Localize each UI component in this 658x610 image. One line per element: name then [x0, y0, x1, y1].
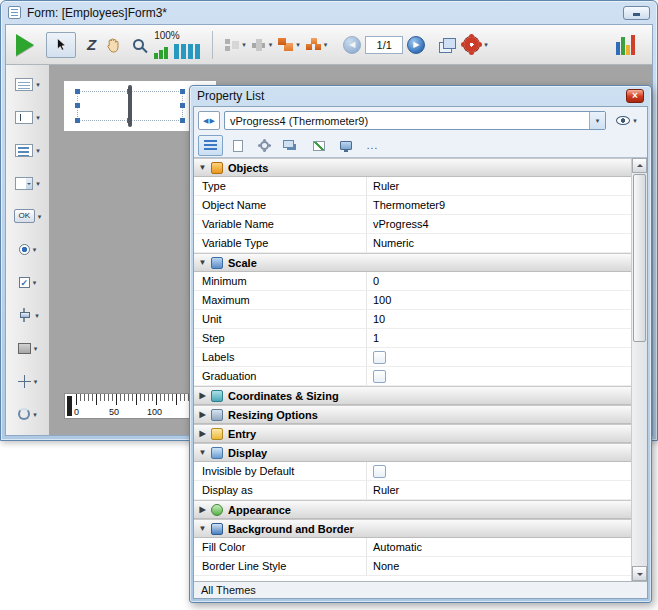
settings-button[interactable]: ▾ [462, 35, 488, 54]
colors-icon[interactable] [616, 34, 640, 55]
disclosure-triangle-icon[interactable]: ▶ [194, 391, 211, 400]
tab-properties[interactable] [198, 135, 223, 156]
disclosure-triangle-icon[interactable]: ▼ [194, 524, 211, 533]
tab-chart[interactable] [306, 135, 331, 156]
spinner-tool[interactable]: ▾ [6, 404, 49, 424]
property-value[interactable]: 100 [366, 291, 631, 309]
section-background-border[interactable]: ▼ Background and Border [194, 519, 631, 538]
property-value[interactable]: None [366, 557, 631, 575]
resizing-icon [211, 409, 223, 421]
cursor-icon [54, 37, 68, 52]
invisible-checkbox[interactable] [373, 465, 386, 478]
disclosure-triangle-icon[interactable]: ▼ [194, 448, 211, 457]
select-tool-button[interactable] [46, 32, 76, 58]
property-value[interactable]: Automatic [366, 538, 631, 556]
section-title: Display [228, 447, 267, 459]
themes-filter[interactable]: All Themes [194, 581, 647, 598]
property-label: Invisible by Default [194, 462, 366, 480]
gear-icon [464, 37, 479, 52]
entry-order-tool-button[interactable]: Z [87, 36, 96, 53]
zoom-control[interactable]: 100% [154, 30, 202, 59]
level-button[interactable]: ▾ [278, 38, 300, 51]
section-entry[interactable]: ▶ Entry [194, 424, 631, 443]
graduation-checkbox[interactable] [373, 370, 386, 383]
disclosure-triangle-icon[interactable]: ▼ [194, 163, 211, 172]
view-options-button[interactable]: ▾ [610, 111, 643, 130]
duplicate-button[interactable]: ▾ [306, 38, 328, 51]
previous-page-button[interactable]: ◀ [343, 36, 361, 54]
object-nav-button[interactable]: ◀ ▶ [198, 111, 220, 130]
property-value[interactable]: Ruler [366, 177, 631, 195]
rectangle-tool[interactable]: ▾ [6, 338, 49, 358]
property-value [366, 462, 631, 480]
property-label: Minimum [194, 272, 366, 290]
section-scale[interactable]: ▼ Scale [194, 253, 631, 272]
next-page-button[interactable]: ▶ [407, 36, 425, 54]
property-value[interactable]: Ruler [366, 481, 631, 499]
section-coordinates[interactable]: ▶ Coordinates & Sizing [194, 386, 631, 405]
row-invisible: Invisible by Default [194, 462, 631, 481]
caret-down-icon: ▾ [36, 81, 40, 88]
text-tool[interactable]: ▾ [6, 74, 49, 94]
combo-dropdown-button[interactable]: ▾ [589, 112, 605, 129]
selection-handle[interactable] [180, 89, 185, 94]
selection-handle[interactable] [75, 89, 80, 94]
zoom-tool-button[interactable] [133, 39, 144, 50]
input-tool[interactable]: ▾ [6, 107, 49, 127]
selection-handle[interactable] [180, 103, 185, 108]
scrollbar-thumb[interactable] [633, 174, 646, 342]
align-button[interactable]: ▾ [225, 39, 246, 51]
tab-more[interactable]: ... [360, 135, 385, 156]
disclosure-triangle-icon[interactable]: ▼ [194, 258, 211, 267]
disclosure-triangle-icon[interactable]: ▶ [194, 429, 211, 438]
zoom-bars-icon[interactable] [154, 42, 202, 59]
object-toolbar: ▾ ▾ ▾ ▾ OK ▾ [6, 65, 50, 435]
listbox-tool[interactable]: ▾ [6, 140, 49, 160]
align-icon [225, 39, 239, 51]
indicator-tool[interactable]: ▾ [6, 305, 49, 325]
button-tool[interactable]: OK ▾ [6, 206, 49, 226]
tab-events[interactable] [279, 135, 304, 156]
radio-tool[interactable]: ▾ [6, 239, 49, 259]
section-display[interactable]: ▼ Display [194, 443, 631, 462]
minimize-button[interactable] [623, 6, 650, 20]
labels-checkbox[interactable] [373, 351, 386, 364]
distribute-button[interactable]: ▾ [252, 39, 273, 51]
scroll-up-button[interactable] [632, 158, 647, 173]
disclosure-triangle-icon[interactable]: ▶ [194, 505, 211, 514]
tab-display[interactable] [333, 135, 358, 156]
property-value[interactable]: Thermometer9 [366, 196, 631, 214]
section-appearance[interactable]: ▶ Appearance [194, 500, 631, 519]
scroll-down-button[interactable] [632, 566, 647, 581]
run-button[interactable] [16, 34, 34, 56]
selected-thermometer-object[interactable] [77, 91, 183, 121]
object-selector[interactable]: vProgress4 (Thermometer9) ▾ [224, 111, 606, 130]
themes-filter-label: All Themes [201, 584, 256, 596]
property-value[interactable]: 1 [366, 329, 631, 347]
vertical-scrollbar[interactable] [631, 158, 647, 581]
combobox-tool[interactable]: ▾ [6, 173, 49, 193]
appearance-icon [211, 504, 223, 516]
section-resizing[interactable]: ▶ Resizing Options [194, 405, 631, 424]
tab-settings[interactable] [252, 135, 277, 156]
spinner-tool-icon [18, 408, 30, 420]
section-objects[interactable]: ▼ Objects [194, 158, 631, 177]
property-value[interactable]: 0 [366, 272, 631, 290]
close-icon[interactable]: × [626, 89, 644, 103]
property-value[interactable]: vProgress4 [366, 215, 631, 233]
selection-handle[interactable] [180, 118, 185, 123]
selection-handle[interactable] [75, 118, 80, 123]
checkbox-tool[interactable]: ✓ ▾ [6, 272, 49, 292]
property-list-titlebar[interactable]: Property List × [190, 86, 651, 106]
windows-icon[interactable] [439, 38, 456, 52]
hand-tool-button[interactable] [104, 36, 122, 54]
selection-handle[interactable] [75, 103, 80, 108]
disclosure-triangle-icon[interactable]: ▶ [194, 410, 211, 419]
window-titlebar[interactable]: Form: [Employees]Form3* [1, 1, 657, 24]
tab-form[interactable] [225, 135, 250, 156]
splitter-tool[interactable]: ▾ [6, 371, 49, 391]
section-title: Background and Border [228, 523, 354, 535]
property-value[interactable]: 10 [366, 310, 631, 328]
property-value[interactable]: Numeric [366, 234, 631, 252]
caret-down-icon: ▾ [269, 41, 273, 48]
